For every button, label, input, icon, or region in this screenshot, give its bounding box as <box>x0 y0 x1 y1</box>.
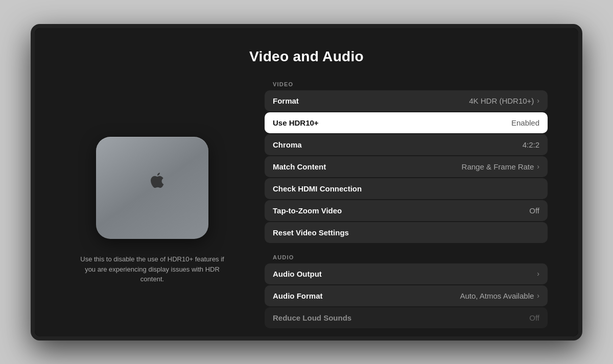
audio-section-label: AUDIO <box>265 254 548 260</box>
setting-hdr10-label: Use HDR10+ <box>273 118 319 127</box>
setting-chroma-label: Chroma <box>273 140 302 149</box>
setting-audioformat-value: Auto, Atmos Available <box>460 292 534 300</box>
tv-screen: Video and Audio Use this to disable the … <box>35 28 578 336</box>
audioformat-chevron-icon: › <box>537 292 539 300</box>
audio-settings-list: Audio Output › Audio Format Auto, Atmos … <box>265 263 548 328</box>
setting-format-label: Format <box>273 96 299 105</box>
left-description: Use this to disable the use of HDR10+ fe… <box>76 254 229 284</box>
video-settings-list: Format 4K HDR (HDR10+) › Use HDR10+ Enab… <box>265 90 548 243</box>
setting-tap-zoom[interactable]: Tap-to-Zoom Video Off <box>265 200 548 221</box>
setting-tapzoom-right: Off <box>529 206 539 215</box>
setting-match-right: Range & Frame Rate › <box>462 162 539 171</box>
match-chevron-icon: › <box>537 162 539 171</box>
video-section-label: VIDEO <box>265 81 548 87</box>
setting-hdmi-label: Check HDMI Connection <box>273 184 362 193</box>
mac-mini-image <box>86 132 219 244</box>
setting-reduceloud-value: Off <box>529 313 539 322</box>
content-area: Use this to disable the use of HDR10+ fe… <box>35 79 578 336</box>
setting-audio-output[interactable]: Audio Output › <box>265 263 548 284</box>
setting-hdr10-right: Enabled <box>511 118 539 127</box>
setting-use-hdr10[interactable]: Use HDR10+ Enabled <box>265 112 548 133</box>
page-title: Video and Audio <box>249 48 364 65</box>
setting-reduceloud-left: Reduce Loud Sounds <box>273 313 351 322</box>
setting-output-label: Audio Output <box>273 270 322 278</box>
setting-match-content[interactable]: Match Content Range & Frame Rate › <box>265 156 548 177</box>
setting-tapzoom-label: Tap-to-Zoom Video <box>273 206 342 215</box>
setting-check-hdmi[interactable]: Check HDMI Connection <box>265 178 548 199</box>
setting-audioformat-label: Audio Format <box>273 292 323 300</box>
setting-tapzoom-left: Tap-to-Zoom Video <box>273 206 342 215</box>
setting-reset-video[interactable]: Reset Video Settings <box>265 222 548 243</box>
right-panel: VIDEO Format 4K HDR (HDR10+) › Use <box>265 79 548 336</box>
setting-match-left: Match Content <box>273 162 326 171</box>
setting-output-right: › <box>537 270 539 278</box>
setting-audioformat-right: Auto, Atmos Available › <box>460 292 540 300</box>
setting-chroma[interactable]: Chroma 4:2:2 <box>265 134 548 155</box>
setting-reduceloud-right: Off <box>529 313 539 322</box>
setting-format-left: Format <box>273 96 299 105</box>
setting-output-left: Audio Output <box>273 270 322 278</box>
setting-audioformat-left: Audio Format <box>273 292 323 300</box>
setting-audio-format[interactable]: Audio Format Auto, Atmos Available › <box>265 285 548 306</box>
setting-reset-label: Reset Video Settings <box>273 228 349 237</box>
setting-match-value: Range & Frame Rate <box>462 162 534 171</box>
setting-reduce-loud[interactable]: Reduce Loud Sounds Off <box>265 307 548 328</box>
setting-hdr10-value: Enabled <box>511 118 539 127</box>
setting-hdr10-left: Use HDR10+ <box>273 118 319 127</box>
setting-chroma-right: 4:2:2 <box>523 140 539 149</box>
apple-logo-icon <box>134 170 170 206</box>
format-chevron-icon: › <box>537 96 539 105</box>
output-chevron-icon: › <box>537 270 539 278</box>
setting-reduceloud-label: Reduce Loud Sounds <box>273 313 351 322</box>
setting-match-label: Match Content <box>273 162 326 171</box>
setting-format[interactable]: Format 4K HDR (HDR10+) › <box>265 90 548 111</box>
setting-tapzoom-value: Off <box>529 206 539 215</box>
setting-chroma-value: 4:2:2 <box>523 140 539 149</box>
left-panel: Use this to disable the use of HDR10+ fe… <box>65 79 239 336</box>
setting-format-value: 4K HDR (HDR10+) <box>469 96 534 105</box>
setting-format-right: 4K HDR (HDR10+) › <box>469 96 539 105</box>
setting-reset-left: Reset Video Settings <box>273 228 349 237</box>
setting-hdmi-left: Check HDMI Connection <box>273 184 362 193</box>
mac-mini-device <box>96 137 208 239</box>
setting-chroma-left: Chroma <box>273 140 302 149</box>
tv-display: Video and Audio Use this to disable the … <box>31 24 582 341</box>
